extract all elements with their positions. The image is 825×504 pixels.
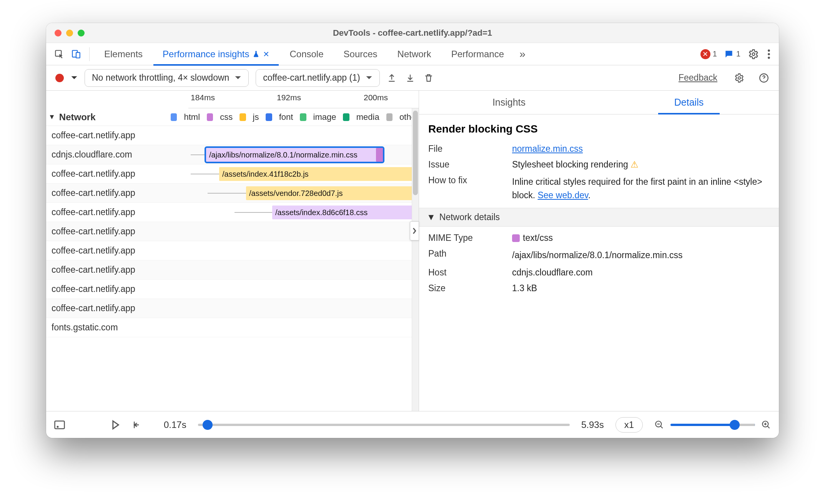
throttling-label: No network throttling, 4× slowdown bbox=[92, 73, 229, 83]
legend-chip-css bbox=[207, 113, 213, 121]
tab-insights[interactable]: Insights bbox=[419, 91, 599, 114]
screenshot-toggle-icon[interactable] bbox=[54, 420, 65, 430]
row-host: fonts.gstatic.com bbox=[46, 322, 188, 333]
table-row[interactable]: fonts.gstatic.com bbox=[46, 318, 419, 337]
time-ruler[interactable]: 184ms 192ms 200ms bbox=[188, 91, 419, 108]
throttling-select[interactable]: No network throttling, 4× slowdown bbox=[85, 69, 249, 87]
device-toggle-icon[interactable] bbox=[68, 46, 84, 62]
scrollbar-thumb[interactable] bbox=[413, 111, 418, 195]
message-count: 1 bbox=[736, 50, 740, 58]
play-icon[interactable] bbox=[111, 420, 120, 430]
mime-text: text/css bbox=[523, 233, 553, 243]
kv-key: File bbox=[428, 144, 505, 154]
legend-label: media bbox=[356, 112, 379, 122]
table-row[interactable]: coffee-cart.netlify.app bbox=[46, 126, 419, 145]
reset-icon[interactable] bbox=[131, 420, 141, 429]
legend-chip-js bbox=[240, 113, 246, 121]
tab-sources[interactable]: Sources bbox=[334, 43, 387, 65]
slider-knob[interactable] bbox=[203, 420, 213, 430]
request-stem bbox=[208, 193, 246, 194]
tab-details[interactable]: Details bbox=[599, 91, 779, 114]
help-icon[interactable] bbox=[759, 73, 769, 83]
row-track bbox=[188, 126, 419, 145]
record-menu-icon[interactable] bbox=[71, 76, 78, 80]
insights-toolbar: No network throttling, 4× slowdown coffe… bbox=[46, 65, 779, 91]
fix-tail: . bbox=[588, 190, 590, 200]
row-track bbox=[188, 318, 419, 337]
network-details-header[interactable]: ▼ Network details bbox=[419, 208, 779, 227]
import-icon[interactable] bbox=[405, 73, 415, 83]
close-tab-icon[interactable]: ✕ bbox=[263, 50, 269, 59]
error-icon: ✕ bbox=[700, 49, 710, 59]
request-stem bbox=[235, 212, 272, 213]
zoom-knob[interactable] bbox=[730, 420, 740, 430]
table-row[interactable]: coffee-cart.netlify.app bbox=[46, 260, 419, 280]
speed-label: x1 bbox=[624, 419, 634, 430]
row-host: coffee-cart.netlify.app bbox=[46, 265, 188, 275]
details-tabs: Insights Details bbox=[419, 91, 779, 114]
tab-console[interactable]: Console bbox=[280, 43, 333, 65]
tab-network[interactable]: Network bbox=[388, 43, 441, 65]
row-track: /assets/vendor.728ed0d7.js bbox=[188, 184, 419, 202]
minimize-window-button[interactable] bbox=[66, 30, 73, 36]
table-row[interactable]: cdnjs.cloudflare.com/ajax/libs/normalize… bbox=[46, 145, 419, 164]
tab-elements[interactable]: Elements bbox=[95, 43, 152, 65]
delete-icon[interactable] bbox=[424, 73, 434, 83]
row-host: coffee-cart.netlify.app bbox=[46, 284, 188, 294]
message-icon bbox=[724, 49, 734, 59]
request-bar[interactable]: /assets/vendor.728ed0d7.js bbox=[246, 186, 419, 200]
tab-label: Details bbox=[674, 97, 704, 108]
expand-handle[interactable] bbox=[410, 221, 419, 240]
vertical-scrollbar[interactable] bbox=[412, 108, 419, 411]
row-track: /assets/index.8d6c6f18.css bbox=[188, 203, 419, 222]
request-bar[interactable]: /assets/index.41f18c2b.js bbox=[219, 167, 419, 181]
row-host: coffee-cart.netlify.app bbox=[46, 226, 188, 237]
speed-pill[interactable]: x1 bbox=[615, 417, 643, 433]
tab-performance-insights[interactable]: Performance insights ✕ bbox=[153, 43, 279, 65]
tab-label: Elements bbox=[104, 49, 143, 60]
section-label: Network details bbox=[439, 212, 500, 222]
table-row[interactable]: coffee-cart.netlify.app/assets/index.41f… bbox=[46, 164, 419, 184]
maximize-window-button[interactable] bbox=[78, 30, 85, 36]
request-bar[interactable]: /ajax/libs/normalize/8.0.1/normalize.min… bbox=[206, 148, 383, 162]
row-track bbox=[188, 299, 419, 318]
tab-performance[interactable]: Performance bbox=[442, 43, 513, 65]
export-icon[interactable] bbox=[387, 73, 397, 83]
feedback-link[interactable]: Feedback bbox=[679, 73, 717, 83]
panel-settings-gear-icon[interactable] bbox=[734, 73, 744, 83]
table-row[interactable]: coffee-cart.netlify.app bbox=[46, 241, 419, 260]
close-window-button[interactable] bbox=[55, 30, 62, 36]
table-row[interactable]: coffee-cart.netlify.app/assets/index.8d6… bbox=[46, 203, 419, 222]
request-bar[interactable]: /assets/index.8d6c6f18.css bbox=[272, 206, 419, 219]
error-badge[interactable]: ✕ 1 bbox=[700, 49, 717, 59]
file-link[interactable]: normalize.min.css bbox=[512, 144, 583, 154]
inspect-element-icon[interactable] bbox=[52, 46, 67, 62]
table-row[interactable]: coffee-cart.netlify.app bbox=[46, 222, 419, 241]
zoom-controls bbox=[654, 420, 771, 430]
disclosure-triangle-icon[interactable]: ▼ bbox=[48, 113, 55, 121]
table-row[interactable]: coffee-cart.netlify.app/assets/vendor.72… bbox=[46, 184, 419, 203]
more-tabs-icon[interactable]: » bbox=[515, 46, 530, 62]
svg-point-5 bbox=[768, 53, 770, 55]
kebab-menu-icon[interactable] bbox=[767, 49, 770, 60]
settings-gear-icon[interactable] bbox=[748, 49, 759, 60]
messages-badge[interactable]: 1 bbox=[724, 49, 740, 59]
record-button[interactable] bbox=[55, 74, 64, 82]
insights-body: 184ms 192ms 200ms ▼ Network html css js … bbox=[46, 91, 779, 411]
tab-label: Insights bbox=[492, 97, 526, 108]
table-row[interactable]: coffee-cart.netlify.app bbox=[46, 280, 419, 299]
network-details-kv: MIME Type text/css Path /ajax/libs/norma… bbox=[419, 227, 779, 300]
time-start: 0.17s bbox=[164, 419, 186, 430]
zoom-in-icon[interactable] bbox=[761, 420, 771, 430]
svg-point-4 bbox=[768, 49, 770, 51]
zoom-out-icon[interactable] bbox=[654, 420, 664, 430]
table-row[interactable]: coffee-cart.netlify.app bbox=[46, 299, 419, 318]
zoom-track-remainder bbox=[738, 424, 755, 426]
webdev-link[interactable]: See web.dev bbox=[537, 190, 588, 200]
svg-rect-9 bbox=[55, 421, 65, 429]
zoom-slider[interactable] bbox=[670, 424, 755, 426]
legend-chip-image bbox=[300, 113, 306, 121]
time-slider[interactable] bbox=[198, 424, 570, 426]
route-select[interactable]: coffee-cart.netlify.app (1) bbox=[256, 69, 379, 87]
svg-point-6 bbox=[768, 56, 770, 59]
